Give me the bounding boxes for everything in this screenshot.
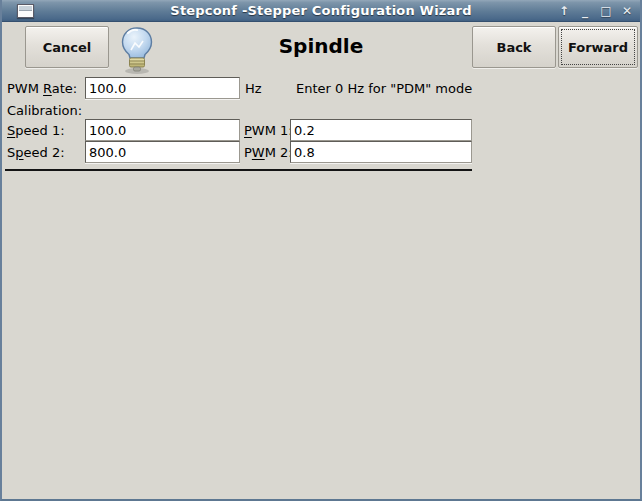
minimize-button-icon[interactable]: _ bbox=[578, 4, 592, 18]
pwm2-input[interactable] bbox=[290, 141, 472, 163]
pwm2-label: PWM 2: bbox=[244, 145, 293, 160]
forward-button[interactable]: Forward bbox=[558, 26, 638, 68]
window-controls: ↑ _ □ ✕ bbox=[557, 0, 634, 22]
pwm-rate-label: PWM Rate: bbox=[7, 81, 77, 96]
shade-button-icon[interactable]: ↑ bbox=[557, 0, 571, 22]
calibration-label: Calibration: bbox=[7, 103, 82, 118]
titlebar[interactable]: Stepconf -Stepper Configuration Wizard ↑… bbox=[0, 0, 642, 22]
pwm1-input[interactable] bbox=[290, 119, 472, 141]
back-button[interactable]: Back bbox=[472, 26, 556, 68]
window-icon bbox=[17, 4, 34, 18]
speed2-input[interactable] bbox=[85, 141, 240, 163]
horizontal-separator bbox=[5, 169, 472, 171]
speed1-label: Speed 1: bbox=[7, 123, 65, 138]
pwm-rate-unit-label: Hz bbox=[245, 81, 262, 96]
speed1-input[interactable] bbox=[85, 119, 240, 141]
speed2-label: Speed 2: bbox=[7, 145, 65, 160]
stepconf-window: Stepconf -Stepper Configuration Wizard ↑… bbox=[0, 0, 642, 501]
close-button-icon[interactable]: ✕ bbox=[620, 0, 634, 22]
pwm1-label: PWM 1: bbox=[244, 123, 293, 138]
pwm-rate-input[interactable] bbox=[85, 77, 240, 99]
maximize-button-icon[interactable]: □ bbox=[599, 0, 613, 22]
pdm-mode-hint: Enter 0 Hz for "PDM" mode bbox=[296, 81, 472, 96]
window-title: Stepconf -Stepper Configuration Wizard bbox=[0, 3, 642, 18]
